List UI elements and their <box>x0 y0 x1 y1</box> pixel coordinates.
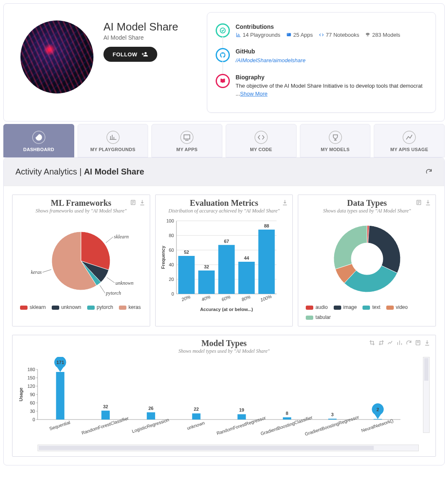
analytics-card: Activity Analytics | AI Model Share ML F… <box>3 157 445 465</box>
chart-subtitle: Shows model types used by "AI Model Shar… <box>17 348 431 354</box>
bar-chart-icon[interactable] <box>396 339 403 346</box>
github-title: GitHub <box>236 48 306 55</box>
svg-text:Frequency: Frequency <box>161 245 166 269</box>
svg-rect-83 <box>147 412 155 419</box>
follow-button[interactable]: FOLLOW <box>103 47 157 62</box>
svg-text:unknown: unknown <box>116 280 133 286</box>
svg-text:30: 30 <box>30 409 35 414</box>
avatar <box>20 20 93 94</box>
svg-text:19: 19 <box>239 407 244 412</box>
svg-rect-45 <box>238 262 254 294</box>
crop-rotate-icon[interactable] <box>378 339 385 346</box>
bar-chart: 0306090120150180171Sequential32RandomFor… <box>17 357 405 440</box>
legend: sklearnunknownpytorchkeras <box>17 301 146 311</box>
code-icon <box>319 32 324 38</box>
tab-my-apps[interactable]: MY APPS <box>151 124 222 157</box>
svg-text:26: 26 <box>148 405 154 410</box>
svg-text:20%: 20% <box>180 294 191 302</box>
svg-text:Accuracy (at or below...): Accuracy (at or below...) <box>200 307 253 312</box>
svg-text:88: 88 <box>264 223 269 228</box>
svg-text:0: 0 <box>33 417 35 422</box>
svg-rect-7 <box>184 135 190 139</box>
svg-text:2: 2 <box>377 407 379 412</box>
chart-ml-frameworks: ML Frameworks Shows frameworks used by "… <box>12 195 150 326</box>
svg-text:120: 120 <box>28 384 35 389</box>
refresh-icon[interactable] <box>425 168 433 175</box>
svg-text:80%: 80% <box>241 294 251 302</box>
svg-text:44: 44 <box>244 255 249 260</box>
list-icon[interactable] <box>415 199 422 206</box>
svg-text:0: 0 <box>171 291 174 296</box>
svg-rect-98 <box>374 419 382 419</box>
svg-text:20: 20 <box>169 277 174 282</box>
download-icon[interactable] <box>139 199 146 206</box>
svg-rect-36 <box>178 256 194 294</box>
svg-text:180: 180 <box>28 367 35 372</box>
chart-subtitle: Shows frameworks used by "AI Model Share… <box>17 208 146 214</box>
profile-subtitle: AI Model Share <box>103 34 178 41</box>
chart-model-types: Model Types Shows model types used by "A… <box>12 335 436 457</box>
crop-rotate-icon[interactable] <box>369 339 375 346</box>
svg-text:67: 67 <box>224 238 229 243</box>
svg-text:Usage: Usage <box>18 387 23 401</box>
tab-my-apis-usage[interactable]: MY APIS USAGE <box>374 124 445 157</box>
tab-my-code[interactable]: MY CODE <box>226 124 297 157</box>
svg-point-4 <box>38 137 40 138</box>
bar-chart: 0204060801005220%3240%6760%4480%88100%Ac… <box>160 217 281 313</box>
chart-title: Data Types <box>302 198 431 208</box>
svg-line-15 <box>106 237 113 243</box>
svg-text:80: 80 <box>169 233 174 238</box>
svg-rect-76 <box>56 372 64 420</box>
chart-title: Evaluation Metrics <box>160 198 289 208</box>
svg-text:40: 40 <box>169 262 174 267</box>
svg-text:100: 100 <box>166 218 174 223</box>
download-icon[interactable] <box>424 339 430 346</box>
svg-point-9 <box>329 131 342 144</box>
pie-chart: sklearnunknownpytorchkeras <box>25 219 137 298</box>
download-icon[interactable] <box>282 199 288 206</box>
contributions-line: 14 Playgrounds 25 Apps 77 Notebooks 283 … <box>236 32 400 38</box>
show-more-link[interactable]: Show More <box>240 91 268 97</box>
svg-text:Sequential: Sequential <box>49 420 71 431</box>
list-icon[interactable] <box>415 339 421 346</box>
svg-text:60%: 60% <box>221 294 231 302</box>
biography-text: The objective of the AI Model Share Init… <box>236 82 427 98</box>
svg-text:60: 60 <box>30 400 35 405</box>
tab-my-models[interactable]: MY MODELS <box>300 124 371 157</box>
profile-card: AI Model Share AI Model Share FOLLOW Con… <box>3 3 445 121</box>
tab-dashboard[interactable]: DASHBOARD <box>3 124 74 157</box>
person-add-icon <box>141 51 148 58</box>
svg-rect-1 <box>287 33 291 36</box>
check-circle-icon <box>216 23 230 38</box>
svg-point-5 <box>107 131 119 144</box>
vertical-scrollbar[interactable] <box>423 357 430 433</box>
horizontal-scrollbar[interactable] <box>38 445 419 451</box>
list-icon[interactable] <box>130 199 136 206</box>
svg-line-17 <box>107 277 115 283</box>
chart-icon <box>236 32 241 38</box>
tab-my-playgrounds[interactable]: MY PLAYGROUNDS <box>78 124 148 157</box>
svg-line-21 <box>43 269 51 272</box>
svg-text:100%: 100% <box>259 293 272 302</box>
svg-text:150: 150 <box>28 375 35 380</box>
svg-text:keras: keras <box>31 269 42 275</box>
svg-rect-42 <box>218 245 234 293</box>
svg-rect-86 <box>192 413 201 420</box>
svg-rect-2 <box>287 34 288 34</box>
svg-text:sklearn: sklearn <box>114 234 129 240</box>
svg-text:52: 52 <box>184 250 189 255</box>
svg-point-8 <box>255 131 267 144</box>
profile-left: AI Model Share AI Model Share FOLLOW <box>12 12 197 113</box>
svg-text:40%: 40% <box>201 294 211 302</box>
svg-rect-80 <box>101 410 110 419</box>
svg-text:22: 22 <box>194 407 199 412</box>
svg-text:90: 90 <box>30 392 35 397</box>
github-link[interactable]: /AIModelShare/aimodelshare <box>236 57 306 63</box>
line-chart-icon[interactable] <box>387 339 394 346</box>
download-icon[interactable] <box>425 199 431 206</box>
refresh-icon[interactable] <box>405 339 412 346</box>
svg-text:60: 60 <box>169 248 174 253</box>
svg-text:3: 3 <box>331 412 334 417</box>
analytics-title: Activity Analytics | AI Model Share <box>15 167 144 177</box>
svg-rect-92 <box>283 417 291 419</box>
